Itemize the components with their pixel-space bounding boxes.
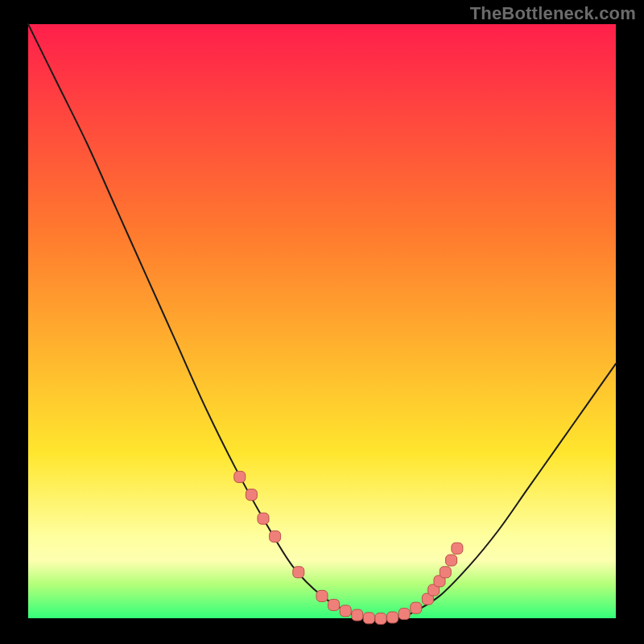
sample-dot bbox=[363, 613, 374, 624]
bottleneck-chart bbox=[0, 0, 644, 644]
sample-dot bbox=[411, 602, 422, 613]
sample-dot bbox=[446, 555, 457, 566]
plot-background bbox=[28, 24, 616, 620]
sample-dot bbox=[258, 513, 269, 524]
sample-dot bbox=[440, 567, 451, 578]
plot-bottom-strip bbox=[28, 618, 616, 620]
sample-dot bbox=[387, 612, 398, 623]
sample-dot bbox=[340, 605, 351, 617]
sample-dot bbox=[293, 567, 304, 578]
sample-dot bbox=[452, 543, 463, 554]
sample-dot bbox=[316, 590, 328, 601]
sample-dot bbox=[375, 613, 386, 625]
sample-dot bbox=[398, 609, 410, 620]
sample-dot bbox=[270, 530, 281, 542]
sample-dot bbox=[328, 600, 340, 611]
sample-dot bbox=[246, 489, 257, 501]
sample-dot bbox=[234, 471, 246, 482]
sample-dot bbox=[352, 609, 363, 621]
chart-stage: TheBottleneck.com bbox=[0, 0, 644, 644]
